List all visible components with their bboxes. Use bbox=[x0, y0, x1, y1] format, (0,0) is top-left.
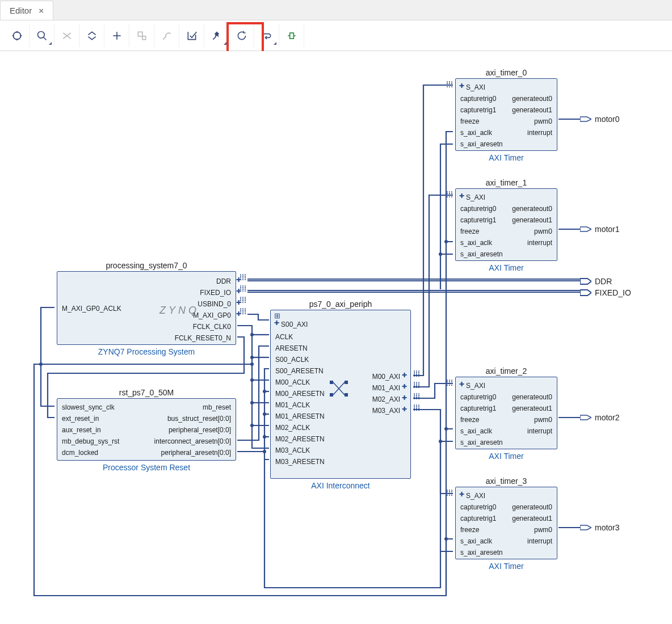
ext-port-ddr[interactable]: DDR bbox=[580, 277, 612, 286]
rst-port-bus-struct-reset[interactable]: bus_struct_reset[0:0] bbox=[167, 415, 231, 423]
timer1-port-generateout0[interactable]: generateout0 bbox=[512, 205, 552, 213]
timer1-port-generateout1[interactable]: generateout1 bbox=[512, 216, 552, 224]
timer0-port-generateout1[interactable]: generateout1 bbox=[512, 106, 552, 114]
axi-ic-port-s00-aclk[interactable]: S00_ACLK bbox=[275, 356, 309, 364]
ps7-block[interactable]: M_AXI_GP0_ACLK ZYNQ DDR FIXED_IO USBIND_… bbox=[57, 271, 236, 345]
rst-port-slowest-sync-clk[interactable]: slowest_sync_clk bbox=[62, 403, 115, 411]
timer0-port-capturetrig0[interactable]: capturetrig0 bbox=[460, 95, 496, 103]
fit-view-button[interactable] bbox=[5, 24, 30, 47]
timer1-port-interrupt[interactable]: interrupt bbox=[527, 239, 552, 247]
ps7-port-fclk-clk0[interactable]: FCLK_CLK0 bbox=[193, 323, 231, 331]
timer3-port-generateout0[interactable]: generateout0 bbox=[512, 503, 552, 511]
axi-ic-port-m01-aclk[interactable]: M01_ACLK bbox=[275, 401, 310, 409]
rst-port-peripheral-reset[interactable]: peripheral_reset[0:0] bbox=[169, 426, 231, 434]
timer1-port-s-axi-aresetn[interactable]: s_axi_aresetn bbox=[460, 250, 503, 258]
ps7-port-m-axi-gp0-aclk[interactable]: M_AXI_GP0_ACLK bbox=[62, 305, 121, 313]
timer3-port-generateout1[interactable]: generateout1 bbox=[512, 515, 552, 522]
axi-ic-port-aresetn[interactable]: ARESETN bbox=[275, 344, 308, 352]
timer1-port-freeze[interactable]: freeze bbox=[460, 227, 479, 235]
timer3-port-pwm0[interactable]: pwm0 bbox=[534, 526, 552, 534]
axi-ic-port-m02-axi[interactable]: M02_AXI bbox=[372, 395, 400, 403]
diagram-canvas[interactable]: processing_system7_0 M_AXI_GP0_ACLK ZYNQ… bbox=[0, 51, 672, 624]
timer2-port-pwm0[interactable]: pwm0 bbox=[534, 416, 552, 424]
rst-port-mb-reset[interactable]: mb_reset bbox=[203, 403, 231, 411]
timer3-port-s-axi-aresetn[interactable]: s_axi_aresetn bbox=[460, 549, 503, 556]
ext-port-fixed-io[interactable]: FIXED_IO bbox=[580, 288, 631, 297]
axi-ic-port-m00-axi[interactable]: M00_AXI bbox=[372, 373, 400, 381]
expand-button[interactable] bbox=[79, 24, 104, 47]
add-ip-button[interactable] bbox=[104, 24, 129, 47]
settings-button[interactable] bbox=[154, 24, 179, 47]
axi-ic-port-m01-axi[interactable]: M01_AXI bbox=[372, 384, 400, 392]
ps7-port-ddr[interactable]: DDR bbox=[216, 277, 231, 285]
timer1-port-capturetrig0[interactable]: capturetrig0 bbox=[460, 205, 496, 213]
ps7-port-usbind0[interactable]: USBIND_0 bbox=[198, 300, 231, 308]
timer0-port-generateout0[interactable]: generateout0 bbox=[512, 95, 552, 103]
axi-ic-block[interactable]: S00_AXI ACLK ARESETN S00_ACLK S00_ARESET… bbox=[270, 310, 411, 479]
align-button[interactable] bbox=[279, 24, 304, 47]
timer1-port-pwm0[interactable]: pwm0 bbox=[534, 227, 552, 235]
axi-ic-port-m03-aresetn[interactable]: M03_ARESETN bbox=[275, 458, 325, 466]
rst-port-aux-reset-in[interactable]: aux_reset_in bbox=[62, 426, 101, 434]
ps7-port-m-axi-gp0[interactable]: M_AXI_GP0 bbox=[193, 311, 231, 319]
timer0-port-s-axi[interactable]: S_AXI bbox=[466, 83, 485, 91]
pin-button[interactable] bbox=[204, 24, 229, 47]
ps7-port-fclk-reset0-n[interactable]: FCLK_RESET0_N bbox=[175, 334, 231, 342]
axi-ic-port-m03-aclk[interactable]: M03_ACLK bbox=[275, 446, 310, 454]
timer1-port-s-axi-aclk[interactable]: s_axi_aclk bbox=[460, 239, 492, 247]
timer1-block[interactable]: S_AXI capturetrig0 capturetrig1 freeze s… bbox=[455, 188, 557, 261]
axi-ic-port-m02-aresetn[interactable]: M02_ARESETN bbox=[275, 435, 325, 443]
timer2-port-capturetrig0[interactable]: capturetrig0 bbox=[460, 393, 496, 401]
timer1-port-s-axi[interactable]: S_AXI bbox=[466, 193, 485, 201]
axi-ic-port-s00-axi[interactable]: S00_AXI bbox=[281, 321, 308, 328]
timer2-port-generateout0[interactable]: generateout0 bbox=[512, 393, 552, 401]
ext-port-motor1[interactable]: motor1 bbox=[580, 225, 620, 234]
axi-ic-port-m01-aresetn[interactable]: M01_ARESETN bbox=[275, 412, 325, 420]
timer2-port-generateout1[interactable]: generateout1 bbox=[512, 404, 552, 412]
wrap-button[interactable] bbox=[254, 24, 279, 47]
ext-port-motor0[interactable]: motor0 bbox=[580, 115, 620, 124]
ext-port-motor3[interactable]: motor3 bbox=[580, 523, 620, 532]
timer3-port-freeze[interactable]: freeze bbox=[460, 526, 479, 534]
axi-ic-port-m03-axi[interactable]: M03_AXI bbox=[372, 407, 400, 415]
axi-ic-port-m00-aresetn[interactable]: M00_ARESETN bbox=[275, 390, 325, 398]
axi-ic-port-aclk[interactable]: ACLK bbox=[275, 333, 293, 341]
timer0-port-pwm0[interactable]: pwm0 bbox=[534, 117, 552, 125]
timer2-port-s-axi-aresetn[interactable]: s_axi_aresetn bbox=[460, 439, 503, 446]
collapse-button[interactable] bbox=[54, 24, 79, 47]
validate-button[interactable] bbox=[179, 24, 204, 47]
timer2-port-freeze[interactable]: freeze bbox=[460, 416, 479, 424]
timer2-block[interactable]: S_AXI capturetrig0 capturetrig1 freeze s… bbox=[455, 377, 557, 449]
timer3-port-s-axi[interactable]: S_AXI bbox=[466, 492, 485, 500]
timer0-port-capturetrig1[interactable]: capturetrig1 bbox=[460, 106, 496, 114]
timer3-port-capturetrig0[interactable]: capturetrig0 bbox=[460, 503, 496, 511]
timer0-port-interrupt[interactable]: interrupt bbox=[527, 129, 552, 137]
ext-port-motor2[interactable]: motor2 bbox=[580, 413, 620, 422]
axi-ic-port-m02-aclk[interactable]: M02_ACLK bbox=[275, 424, 310, 432]
timer3-port-interrupt[interactable]: interrupt bbox=[527, 537, 552, 545]
timer2-port-s-axi[interactable]: S_AXI bbox=[466, 382, 485, 390]
timer1-port-capturetrig1[interactable]: capturetrig1 bbox=[460, 216, 496, 224]
timer2-port-capturetrig1[interactable]: capturetrig1 bbox=[460, 404, 496, 412]
tab-close-icon[interactable]: × bbox=[39, 6, 44, 15]
timer3-port-s-axi-aclk[interactable]: s_axi_aclk bbox=[460, 537, 492, 545]
timer3-port-capturetrig1[interactable]: capturetrig1 bbox=[460, 515, 496, 522]
timer0-port-s-axi-aresetn[interactable]: s_axi_aresetn bbox=[460, 140, 503, 148]
timer0-port-freeze[interactable]: freeze bbox=[460, 117, 479, 125]
timer2-port-interrupt[interactable]: interrupt bbox=[527, 427, 552, 435]
axi-ic-port-s00-aresetn[interactable]: S00_ARESETN bbox=[275, 367, 324, 375]
zoom-button[interactable] bbox=[30, 24, 54, 47]
rst-port-peripheral-aresetn[interactable]: peripheral_aresetn[0:0] bbox=[161, 449, 231, 457]
timer0-block[interactable]: S_AXI capturetrig0 capturetrig1 freeze s… bbox=[455, 78, 557, 151]
timer0-port-s-axi-aclk[interactable]: s_axi_aclk bbox=[460, 129, 492, 137]
axi-ic-port-m00-aclk[interactable]: M00_ACLK bbox=[275, 378, 310, 386]
group-button[interactable] bbox=[129, 24, 154, 47]
rst-port-dcm-locked[interactable]: dcm_locked bbox=[62, 449, 98, 457]
ps7-port-fixed-io[interactable]: FIXED_IO bbox=[200, 289, 231, 297]
rst-port-ext-reset-in[interactable]: ext_reset_in bbox=[62, 415, 99, 423]
tab-editor[interactable]: Editor × bbox=[0, 1, 53, 20]
timer2-port-s-axi-aclk[interactable]: s_axi_aclk bbox=[460, 427, 492, 435]
rst-port-interconnect-aresetn[interactable]: interconnect_aresetn[0:0] bbox=[154, 437, 231, 445]
refresh-button[interactable] bbox=[229, 24, 254, 47]
rst-block[interactable]: slowest_sync_clk ext_reset_in aux_reset_… bbox=[57, 398, 236, 461]
